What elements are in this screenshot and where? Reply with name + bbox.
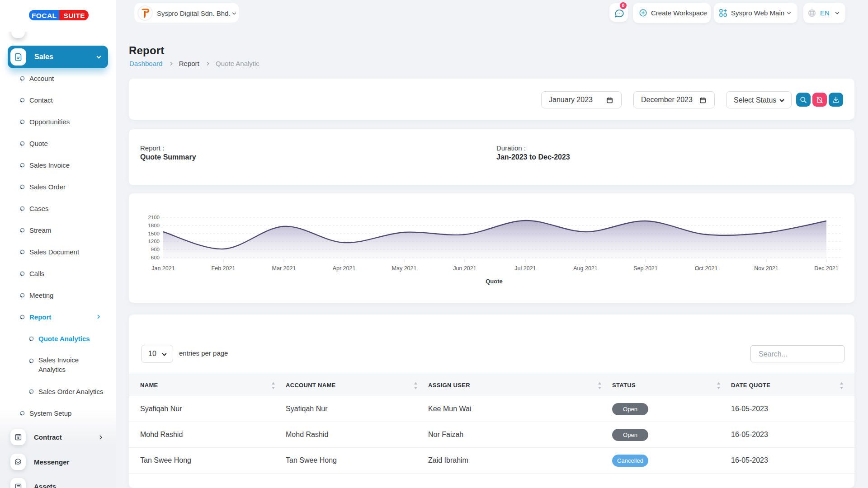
svg-text:May 2021: May 2021: [392, 265, 417, 272]
svg-text:Sep 2021: Sep 2021: [633, 265, 658, 272]
svg-text:1800: 1800: [148, 223, 160, 228]
svg-text:Quote: Quote: [486, 278, 503, 285]
svg-text:900: 900: [151, 247, 160, 252]
svg-text:Aug 2021: Aug 2021: [573, 265, 598, 272]
svg-text:Nov 2021: Nov 2021: [754, 265, 778, 272]
svg-text:Mar 2021: Mar 2021: [272, 265, 296, 272]
svg-text:Oct 2021: Oct 2021: [695, 265, 718, 272]
svg-text:1200: 1200: [148, 239, 160, 244]
svg-text:2100: 2100: [148, 215, 160, 220]
svg-text:Jan 2021: Jan 2021: [151, 265, 175, 272]
svg-text:600: 600: [151, 255, 160, 260]
svg-text:Dec 2021: Dec 2021: [814, 265, 839, 272]
svg-text:Jun 2021: Jun 2021: [453, 265, 476, 272]
svg-text:Jul 2021: Jul 2021: [514, 265, 536, 272]
svg-text:1500: 1500: [148, 231, 160, 236]
svg-text:Apr 2021: Apr 2021: [333, 265, 356, 272]
svg-text:Feb 2021: Feb 2021: [212, 265, 236, 272]
